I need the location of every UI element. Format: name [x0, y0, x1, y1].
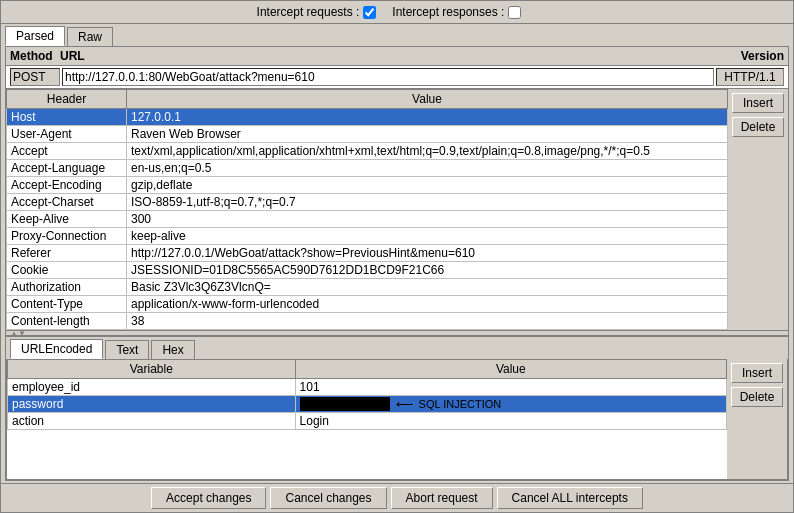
headers-delete-button[interactable]: Delete — [732, 117, 784, 137]
header-value-cell: JSESSIONID=01D8C5565AC590D7612DD1BCD9F21… — [127, 262, 728, 279]
intercept-responses-checkbox[interactable] — [508, 6, 521, 19]
method-value: POST — [10, 68, 60, 86]
header-name-cell: Cookie — [7, 262, 127, 279]
tab-bar: Parsed Raw — [5, 26, 789, 46]
headers-table-wrap: Header Value Host 127.0.0.1 User-Agent R… — [6, 89, 728, 330]
header-value-cell: http://127.0.0.1/WebGoat/attack?show=Pre… — [127, 245, 728, 262]
headers-table: Header Value Host 127.0.0.1 User-Agent R… — [6, 89, 728, 330]
body-delete-button[interactable]: Delete — [731, 387, 783, 407]
method-col-label: Method — [10, 49, 60, 63]
headers-insert-button[interactable]: Insert — [732, 93, 784, 113]
body-insert-button[interactable]: Insert — [731, 363, 783, 383]
header-value-cell: 38 — [127, 313, 728, 330]
cancel-all-intercepts-button[interactable]: Cancel ALL intercepts — [497, 487, 643, 509]
method-url-data: POST HTTP/1.1 — [6, 66, 788, 89]
body-table-wrap: Variable Value employee_id 101 password … — [7, 359, 727, 479]
headers-col-header: Header — [7, 90, 127, 109]
header-value-cell: keep-alive — [127, 228, 728, 245]
header-value-cell: 300 — [127, 211, 728, 228]
header-row[interactable]: Cookie JSESSIONID=01D8C5565AC590D7612DD1… — [7, 262, 728, 279]
header-row[interactable]: Referer http://127.0.0.1/WebGoat/attack?… — [7, 245, 728, 262]
header-name-cell: Content-Type — [7, 296, 127, 313]
header-value-cell: application/x-www-form-urlencoded — [127, 296, 728, 313]
top-bar: Intercept requests : Intercept responses… — [1, 1, 793, 24]
intercept-requests-checkbox[interactable] — [363, 6, 376, 19]
arrow-icon: ⟵ — [396, 397, 413, 411]
body-side-buttons: Insert Delete — [727, 359, 787, 479]
header-name-cell: Accept — [7, 143, 127, 160]
header-row[interactable]: Host 127.0.0.1 — [7, 109, 728, 126]
body-section: URLEncoded Text Hex Variable Value — [6, 336, 788, 480]
version-col-label: Version — [714, 49, 784, 63]
intercept-responses-label: Intercept responses : — [392, 5, 521, 19]
header-name-cell: Authorization — [7, 279, 127, 296]
body-content: Variable Value employee_id 101 password … — [6, 359, 788, 480]
tab-hex[interactable]: Hex — [151, 340, 194, 359]
main-container: Intercept requests : Intercept responses… — [0, 0, 794, 513]
body-col-value: Value — [295, 360, 726, 379]
accept-changes-button[interactable]: Accept changes — [151, 487, 266, 509]
header-row[interactable]: User-Agent Raven Web Browser — [7, 126, 728, 143]
header-value-cell: 127.0.0.1 — [127, 109, 728, 126]
header-row[interactable]: Accept-Language en-us,en;q=0.5 — [7, 160, 728, 177]
version-value: HTTP/1.1 — [716, 68, 784, 86]
body-col-variable: Variable — [8, 360, 296, 379]
body-empty — [7, 430, 727, 460]
body-variable-cell: employee_id — [8, 379, 296, 396]
body-row[interactable]: employee_id 101 — [8, 379, 727, 396]
body-value-cell: 101 — [295, 379, 726, 396]
content-area: Parsed Raw Method URL Version POST HTTP/… — [1, 24, 793, 483]
action-bar: Accept changes Cancel changes Abort requ… — [1, 483, 793, 512]
sql-injection-badge: SQL INJECTION — [419, 398, 502, 410]
body-variable-cell: password — [8, 396, 296, 413]
body-row[interactable]: action Login — [8, 413, 727, 430]
header-row[interactable]: Proxy-Connection keep-alive — [7, 228, 728, 245]
main-panel: Method URL Version POST HTTP/1.1 Header — [5, 46, 789, 481]
headers-col-value: Value — [127, 90, 728, 109]
header-name-cell: Accept-Language — [7, 160, 127, 177]
header-name-cell: Accept-Charset — [7, 194, 127, 211]
tab-urlencoded[interactable]: URLEncoded — [10, 339, 103, 359]
header-value-cell: en-us,en;q=0.5 — [127, 160, 728, 177]
password-mask — [300, 397, 390, 411]
url-input[interactable] — [62, 68, 714, 86]
body-table: Variable Value employee_id 101 password … — [7, 359, 727, 430]
tab-raw[interactable]: Raw — [67, 27, 113, 46]
header-name-cell: Host — [7, 109, 127, 126]
header-value-cell: Raven Web Browser — [127, 126, 728, 143]
body-row[interactable]: password ⟵ SQL INJECTION — [8, 396, 727, 413]
body-value-cell: Login — [295, 413, 726, 430]
header-value-cell: ISO-8859-1,utf-8;q=0.7,*;q=0.7 — [127, 194, 728, 211]
method-url-header: Method URL Version — [6, 47, 788, 66]
abort-request-button[interactable]: Abort request — [391, 487, 493, 509]
header-name-cell: Proxy-Connection — [7, 228, 127, 245]
tab-text[interactable]: Text — [105, 340, 149, 359]
intercept-requests-text: Intercept requests : — [257, 5, 360, 19]
headers-side-buttons: Insert Delete — [728, 89, 788, 330]
header-name-cell: Accept-Encoding — [7, 177, 127, 194]
intercept-responses-text: Intercept responses : — [392, 5, 504, 19]
body-variable-cell: action — [8, 413, 296, 430]
url-col-label: URL — [60, 49, 714, 63]
header-row[interactable]: Accept-Charset ISO-8859-1,utf-8;q=0.7,*;… — [7, 194, 728, 211]
header-value-cell: Basic Z3Vlc3Q6Z3VlcnQ= — [127, 279, 728, 296]
header-row[interactable]: Keep-Alive 300 — [7, 211, 728, 228]
intercept-requests-label: Intercept requests : — [257, 5, 377, 19]
header-row[interactable]: Authorization Basic Z3Vlc3Q6Z3VlcnQ= — [7, 279, 728, 296]
header-value-cell: gzip,deflate — [127, 177, 728, 194]
header-name-cell: Referer — [7, 245, 127, 262]
header-name-cell: User-Agent — [7, 126, 127, 143]
headers-section: Header Value Host 127.0.0.1 User-Agent R… — [6, 89, 788, 330]
header-row[interactable]: Content-length 38 — [7, 313, 728, 330]
header-row[interactable]: Accept-Encoding gzip,deflate — [7, 177, 728, 194]
header-name-cell: Keep-Alive — [7, 211, 127, 228]
header-value-cell: text/xml,application/xml,application/xht… — [127, 143, 728, 160]
body-value-cell: ⟵ SQL INJECTION — [295, 396, 726, 413]
header-row[interactable]: Accept text/xml,application/xml,applicat… — [7, 143, 728, 160]
cancel-changes-button[interactable]: Cancel changes — [270, 487, 386, 509]
tab-parsed[interactable]: Parsed — [5, 26, 65, 46]
header-name-cell: Content-length — [7, 313, 127, 330]
body-tab-bar: URLEncoded Text Hex — [6, 336, 788, 359]
header-row[interactable]: Content-Type application/x-www-form-urle… — [7, 296, 728, 313]
